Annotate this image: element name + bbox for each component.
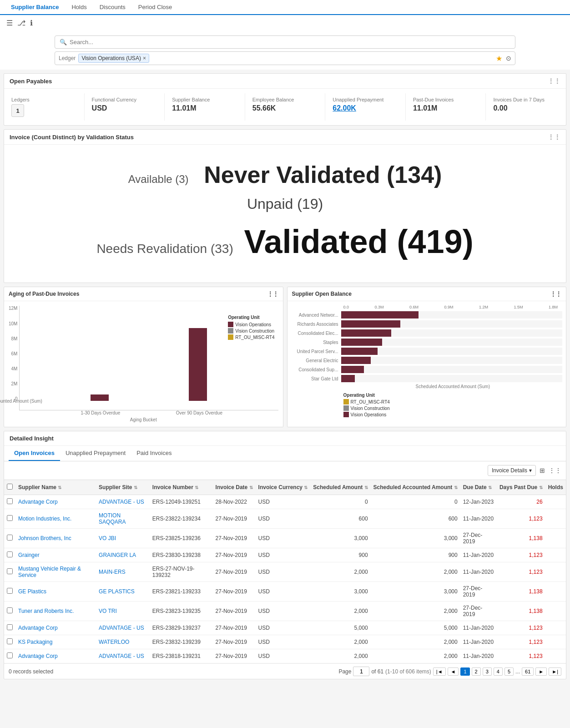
sort-acc-amount-icon[interactable]: ⇅: [454, 485, 458, 490]
col-scheduled-accounted: Scheduled Accounted Amount ⇅: [371, 480, 460, 495]
share-icon[interactable]: ⎇: [17, 19, 25, 27]
row-checkbox-6[interactable]: [7, 607, 13, 613]
row-checkbox-cell[interactable]: [4, 548, 15, 562]
settings-icon[interactable]: ⊙: [506, 55, 511, 62]
scheduled-amount-3: 900: [310, 548, 370, 562]
row-checkbox-cell[interactable]: [4, 562, 15, 582]
sort-currency-icon[interactable]: ⇅: [304, 485, 308, 490]
row-checkbox-7[interactable]: [7, 624, 13, 630]
row-checkbox-cell[interactable]: [4, 649, 15, 663]
page-info: (1-10 of 606 items): [385, 668, 431, 675]
filter-remove-icon[interactable]: ×: [143, 55, 146, 61]
first-page-button[interactable]: |◄: [433, 667, 446, 676]
sb-legend: Operating Unit RT_OU_MISC-RT4 Vision Con…: [291, 393, 563, 417]
supplier-site-4[interactable]: MAIN-ERS: [96, 562, 150, 582]
invoice-details-dropdown[interactable]: Invoice Details ▾: [488, 465, 536, 476]
supplier-name-6[interactable]: Tuner and Roberts Inc.: [15, 602, 96, 621]
sort-supplier-icon[interactable]: ⇅: [58, 485, 61, 490]
page-5-button[interactable]: 5: [504, 667, 514, 676]
supplier-name-2[interactable]: Johnson Brothers, Inc: [15, 529, 96, 548]
supplier-site-7[interactable]: ADVANTAGE - US: [96, 621, 150, 635]
supplier-name-1[interactable]: Motion Industries, Inc.: [15, 509, 96, 529]
page-3-button[interactable]: 3: [483, 667, 492, 676]
tab-period-close[interactable]: Period Close: [132, 0, 178, 14]
supplier-site-0[interactable]: ADVANTAGE - US: [96, 495, 150, 509]
tab-paid-invoices[interactable]: Paid Invoices: [131, 446, 177, 461]
supplier-name-8[interactable]: KS Packaging: [15, 635, 96, 649]
row-checkbox-cell[interactable]: [4, 602, 15, 621]
page-input[interactable]: [353, 667, 369, 676]
scheduled-amount-7: 5,000: [310, 621, 370, 635]
tab-unapplied-prepayment[interactable]: Unapplied Prepayment: [60, 446, 131, 461]
sort-site-icon[interactable]: ⇅: [134, 485, 137, 490]
page-2-button[interactable]: 2: [472, 667, 481, 676]
row-checkbox-3[interactable]: [7, 551, 13, 557]
sb-x-axis-title: Scheduled Accounted Amount (Sum): [291, 384, 563, 389]
row-checkbox-5[interactable]: [7, 588, 13, 594]
holds-5: [545, 582, 566, 602]
supplier-site-6[interactable]: VO TRI: [96, 602, 150, 621]
prev-page-button[interactable]: ◄: [448, 667, 459, 676]
supplier-name-0[interactable]: Advantage Corp: [15, 495, 96, 509]
validation-expand-icon[interactable]: ⋮⋮: [548, 133, 560, 141]
supplier-site-8[interactable]: WATERLOO: [96, 635, 150, 649]
row-checkbox-1[interactable]: [7, 515, 13, 521]
days-past-2: 1,138: [497, 529, 545, 548]
tab-holds[interactable]: Holds: [65, 0, 93, 14]
favorite-star-icon[interactable]: ★: [496, 54, 502, 63]
row-checkbox-cell[interactable]: [4, 635, 15, 649]
kpi-up-value[interactable]: 62.00K: [333, 104, 398, 112]
search-input[interactable]: [70, 39, 510, 46]
row-checkbox-cell[interactable]: [4, 495, 15, 509]
tab-open-invoices[interactable]: Open Invoices: [9, 446, 60, 461]
supplier-site-5[interactable]: GE PLASTICS: [96, 582, 150, 602]
last-page-button[interactable]: ►|: [549, 667, 561, 676]
supplier-name-3[interactable]: Grainger: [15, 548, 96, 562]
page-4-button[interactable]: 4: [494, 667, 503, 676]
dropdown-arrow-icon: ▾: [529, 467, 532, 474]
sort-invoice-num-icon[interactable]: ⇅: [195, 485, 198, 490]
expand-icon[interactable]: ⋮⋮: [548, 77, 560, 85]
supplier-site-2[interactable]: VO JBI: [96, 529, 150, 548]
kpi-pd-value: 11.01M: [413, 104, 479, 112]
acc-amount-9: 2,000: [371, 649, 460, 663]
select-all-checkbox[interactable]: [7, 484, 13, 490]
page-61-button[interactable]: 61: [522, 667, 534, 676]
aging-expand-icon[interactable]: ⋮⋮: [267, 291, 278, 297]
sort-days-icon[interactable]: ⇅: [539, 485, 543, 490]
col-holds: Holds: [545, 480, 566, 495]
tab-discounts[interactable]: Discounts: [93, 0, 132, 14]
row-checkbox-cell[interactable]: [4, 621, 15, 635]
holds-1: [545, 509, 566, 529]
row-checkbox-cell[interactable]: [4, 529, 15, 548]
invoice-date-3: 27-Nov-2019: [213, 548, 256, 562]
row-checkbox-0[interactable]: [7, 498, 13, 504]
kpi-eb-label: Employee Balance: [252, 97, 318, 102]
menu-icon[interactable]: ☰: [6, 19, 13, 27]
select-all-header[interactable]: [4, 480, 15, 495]
sb-expand-icon[interactable]: ⋮⋮: [550, 291, 561, 297]
sort-due-date-icon[interactable]: ⇅: [488, 485, 492, 490]
supplier-name-4[interactable]: Mustang Vehicle Repair & Service: [15, 562, 96, 582]
sort-date-icon[interactable]: ⇅: [249, 485, 253, 490]
row-checkbox-8[interactable]: [7, 638, 13, 644]
supplier-site-3[interactable]: GRAINGER LA: [96, 548, 150, 562]
due-date-1: 11-Jan-2020: [460, 509, 497, 529]
row-checkbox-cell[interactable]: [4, 582, 15, 602]
row-checkbox-cell[interactable]: [4, 509, 15, 529]
supplier-name-7[interactable]: Advantage Corp: [15, 621, 96, 635]
supplier-name-5[interactable]: GE Plastics: [15, 582, 96, 602]
page-1-button[interactable]: 1: [460, 667, 469, 676]
row-checkbox-9[interactable]: [7, 652, 13, 658]
supplier-site-9[interactable]: ADVANTAGE - US: [96, 649, 150, 663]
row-checkbox-4[interactable]: [7, 568, 13, 574]
columns-icon[interactable]: ⊞: [540, 467, 545, 474]
next-page-button[interactable]: ►: [535, 667, 547, 676]
supplier-name-9[interactable]: Advantage Corp: [15, 649, 96, 663]
tab-supplier-balance[interactable]: Supplier Balance: [5, 0, 65, 15]
info-icon[interactable]: ℹ: [30, 19, 33, 27]
supplier-site-1[interactable]: MOTION SAQQARA: [96, 509, 150, 529]
row-checkbox-2[interactable]: [7, 535, 13, 541]
table-expand-icon[interactable]: ⋮⋮: [549, 467, 561, 474]
sort-amount-icon[interactable]: ⇅: [364, 485, 368, 490]
